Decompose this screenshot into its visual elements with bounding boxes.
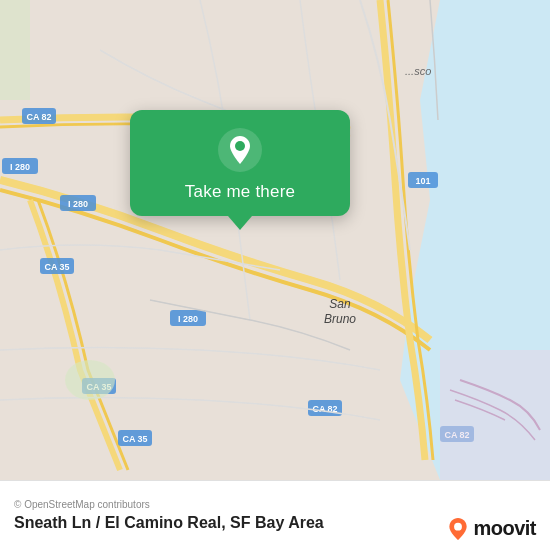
svg-point-30 (235, 141, 245, 151)
svg-text:Bruno: Bruno (324, 312, 356, 326)
svg-text:I 280: I 280 (10, 162, 30, 172)
osm-attribution: © OpenStreetMap contributors (14, 499, 536, 510)
svg-point-31 (455, 522, 463, 530)
svg-text:CA 35: CA 35 (44, 262, 69, 272)
svg-text:...sco: ...sco (405, 65, 431, 77)
moovit-pin-icon (447, 518, 469, 540)
svg-rect-25 (0, 0, 30, 100)
svg-text:San: San (329, 297, 351, 311)
svg-text:I 280: I 280 (68, 199, 88, 209)
svg-text:101: 101 (415, 176, 430, 186)
moovit-logo: moovit (447, 517, 536, 540)
location-title: Sneath Ln / El Camino Real, SF Bay Area (14, 514, 324, 532)
svg-text:CA 82: CA 82 (26, 112, 51, 122)
svg-point-26 (65, 360, 115, 400)
svg-text:I 280: I 280 (178, 314, 198, 324)
svg-text:CA 35: CA 35 (122, 434, 147, 444)
take-me-there-button[interactable]: Take me there (185, 182, 295, 202)
location-pin-icon (218, 128, 262, 172)
moovit-logo-text: moovit (473, 517, 536, 540)
navigation-popup: Take me there (130, 110, 350, 216)
map-view: I 280 CA 82 I 280 CA 35 CA 35 CA 35 101 … (0, 0, 550, 480)
bottom-bar: © OpenStreetMap contributors Sneath Ln /… (0, 480, 550, 550)
